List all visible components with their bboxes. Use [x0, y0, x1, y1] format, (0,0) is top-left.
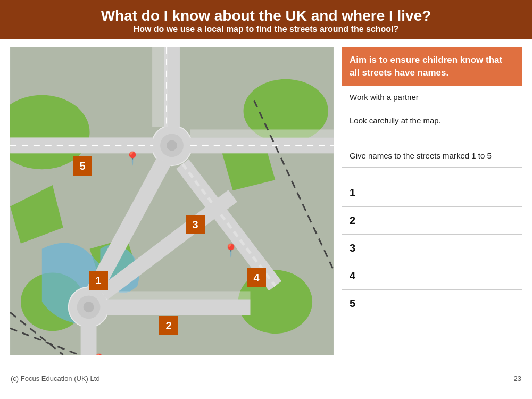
right-panel: Aim is to ensure children know that all …	[342, 47, 522, 361]
number-row-1: 1	[342, 179, 522, 207]
copyright-text: (c) Focus Education (UK) Ltd	[11, 375, 100, 383]
page-number: 23	[514, 375, 521, 383]
svg-rect-22	[81, 326, 97, 355]
main-title: What do I know about the UK and where I …	[11, 7, 521, 24]
svg-rect-15	[152, 47, 168, 127]
map-container: 1 2 3 4 5 📍 📍 📍	[10, 47, 334, 355]
page-header: What do I know about the UK and where I …	[0, 0, 532, 39]
map-label-1: 1	[89, 271, 108, 290]
aim-text: Aim is to ensure children know that all …	[350, 55, 502, 78]
svg-rect-24	[107, 291, 250, 299]
svg-rect-17	[190, 129, 334, 137]
number-row-2: 2	[342, 207, 522, 235]
svg-rect-23	[107, 299, 250, 315]
number-row-4: 4	[342, 262, 522, 290]
aim-box: Aim is to ensure children know that all …	[342, 47, 522, 86]
number-row-5: 5	[342, 290, 522, 318]
instruction2-text: Look carefully at the map.	[350, 116, 441, 125]
instruction3-text: Give names to the streets marked 1 to 5	[350, 151, 492, 160]
instruction-look-map: Look carefully at the map.	[342, 109, 522, 132]
map-label-3: 3	[186, 215, 205, 234]
map-pin-3: 📍	[91, 353, 107, 355]
map-label-4: 4	[247, 268, 266, 287]
page-footer: (c) Focus Education (UK) Ltd 23	[0, 369, 532, 388]
svg-point-13	[84, 302, 94, 312]
instruction1-text: Work with a partner	[350, 93, 419, 102]
instruction-spacer2	[342, 168, 522, 179]
svg-point-10	[167, 140, 177, 151]
map-pin-2: 📍	[223, 243, 239, 258]
map-svg	[10, 47, 334, 355]
map-label-5: 5	[73, 156, 92, 176]
instruction-spacer	[342, 132, 522, 144]
main-content: 1 2 3 4 5 📍 📍 📍 Aim is to ensure childre…	[0, 39, 532, 369]
instruction-give-names: Give names to the streets marked 1 to 5	[342, 144, 522, 168]
map-label-2: 2	[159, 316, 178, 335]
sub-title: How do we use a local map to find the st…	[11, 24, 521, 34]
instruction-work-partner: Work with a partner	[342, 86, 522, 109]
map-pin-1: 📍	[124, 151, 140, 166]
number-row-3: 3	[342, 235, 522, 262]
